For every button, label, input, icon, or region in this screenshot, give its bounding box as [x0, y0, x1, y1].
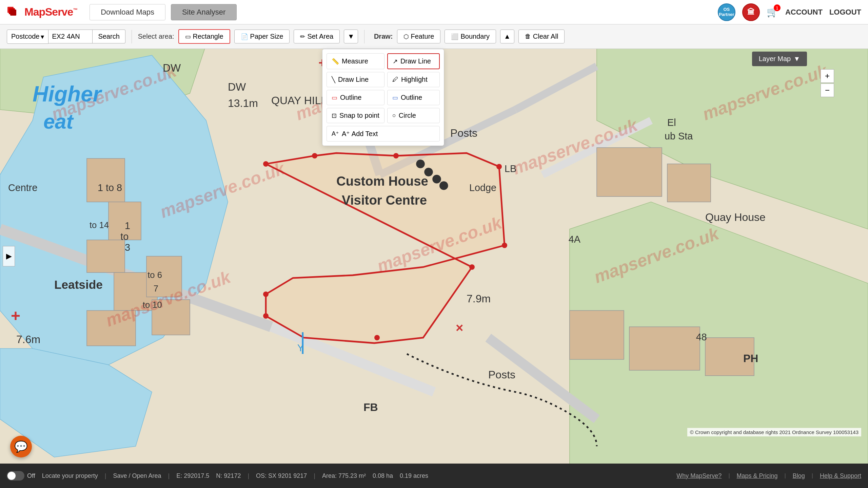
- svg-text:to: to: [120, 231, 129, 242]
- set-area-dropdown[interactable]: ▼: [344, 30, 358, 43]
- postcode-dropdown-button[interactable]: Postcode ▾: [7, 30, 48, 44]
- acres: 0.19 acres: [400, 472, 428, 480]
- add-text-button[interactable]: A⁺ A⁺ Add Text: [327, 126, 440, 142]
- measure-button[interactable]: 📏 Measure: [327, 53, 384, 69]
- svg-text:to 6: to 6: [147, 270, 162, 280]
- svg-rect-24: [667, 164, 711, 202]
- zoom-in-button[interactable]: +: [821, 69, 834, 83]
- sep-6: |: [785, 473, 786, 479]
- draw-label: Draw:: [374, 33, 393, 40]
- save-open-area[interactable]: Save / Open Area: [113, 472, 161, 480]
- header-icons: OSPartner 🏛 🛒 1 ACCOUNT LOGOUT: [718, 3, 861, 21]
- postcode-wrapper: Postcode ▾ Search: [7, 30, 125, 44]
- svg-point-34: [469, 264, 475, 270]
- svg-text:Centre: Centre: [8, 182, 37, 193]
- svg-text:Custom House: Custom House: [336, 174, 428, 188]
- seal-icon[interactable]: 🏛: [742, 3, 760, 21]
- svg-text:×: ×: [456, 320, 463, 335]
- feature-button[interactable]: ⬡ Feature: [397, 30, 441, 43]
- zoom-out-button[interactable]: −: [821, 83, 834, 97]
- rectangle-button[interactable]: ▭ Rectangle: [178, 29, 230, 44]
- measure-label: Measure: [342, 57, 368, 65]
- add-text-icon: A⁺: [332, 130, 339, 137]
- logout-link[interactable]: LOGOUT: [829, 8, 861, 17]
- search-button[interactable]: Search: [93, 30, 125, 43]
- postcode-input[interactable]: [48, 30, 93, 43]
- outline2-icon: ▭: [392, 94, 398, 101]
- blog-link[interactable]: Blog: [793, 472, 805, 480]
- svg-text:Posts: Posts: [450, 127, 477, 139]
- separator-2: [364, 30, 364, 43]
- layer-map-button[interactable]: Layer Map ▼: [752, 52, 807, 66]
- northing: N: 92172: [216, 472, 241, 480]
- postcode-label: Postcode: [11, 33, 39, 40]
- set-area-label: Set Area: [307, 33, 333, 40]
- svg-rect-18: [87, 240, 125, 273]
- maps-pricing-link[interactable]: Maps & Pricing: [737, 472, 778, 480]
- circle-label: Circle: [399, 112, 416, 119]
- draw-line-label: Draw Line: [400, 57, 431, 65]
- paper-size-button[interactable]: 📄 Paper Size: [234, 30, 290, 43]
- svg-text:El: El: [667, 117, 676, 128]
- toggle-off-label: Off: [27, 472, 35, 480]
- sep-2: |: [168, 472, 170, 480]
- rectangle-label: Rectangle: [193, 33, 223, 40]
- clear-all-button[interactable]: 🗑 Clear All: [518, 30, 565, 43]
- boundary-button[interactable]: ⬜ Boundary: [445, 30, 496, 43]
- logo-area: MapServe™: [7, 4, 77, 20]
- locate-toggle[interactable]: Off: [7, 471, 35, 481]
- svg-text:Posts: Posts: [488, 369, 515, 381]
- feature-label: Feature: [411, 33, 434, 40]
- os-ref: OS: SX 9201 9217: [256, 472, 307, 480]
- cart-badge: 1: [774, 4, 781, 11]
- snap-label: Snap to point: [339, 112, 379, 119]
- area: Area: 775.23 m²: [322, 472, 366, 480]
- svg-text:DW: DW: [163, 62, 181, 74]
- help-support-link[interactable]: Help & Support: [820, 472, 861, 480]
- logo-text: MapServe™: [24, 6, 77, 18]
- toggle-switch[interactable]: [7, 471, 24, 481]
- account-link[interactable]: ACCOUNT: [785, 8, 823, 17]
- site-analyser-button[interactable]: Site Analyser: [171, 4, 237, 20]
- download-maps-button[interactable]: Download Maps: [90, 4, 165, 20]
- cart-button[interactable]: 🛒 1: [767, 6, 778, 18]
- rectangle-icon: ▭: [185, 33, 191, 40]
- svg-point-33: [502, 243, 507, 248]
- why-mapserve-link[interactable]: Why MapServe?: [676, 472, 722, 480]
- highlight-button[interactable]: 🖊 Highlight: [387, 72, 440, 87]
- partner-icon[interactable]: OSPartner: [718, 3, 735, 21]
- svg-text:1: 1: [125, 220, 130, 231]
- chat-button[interactable]: 💬: [10, 436, 32, 457]
- draw-dropdown[interactable]: ▲: [500, 30, 514, 43]
- separator-1: [132, 30, 132, 43]
- svg-point-38: [416, 159, 425, 168]
- highlight-label: Highlight: [401, 76, 428, 83]
- svg-point-36: [263, 313, 269, 319]
- outline1-button[interactable]: ▭ Outline: [327, 90, 384, 105]
- draw-line-button[interactable]: ↗ Draw Line: [387, 53, 440, 69]
- svg-rect-16: [87, 158, 125, 202]
- boundary-label: Boundary: [460, 33, 490, 40]
- nav-left-button[interactable]: ▶: [3, 246, 15, 266]
- svg-text:Quay House: Quay House: [705, 211, 766, 223]
- svg-point-37: [374, 335, 380, 340]
- sep-5: |: [728, 473, 730, 479]
- measure-icon: 📏: [332, 58, 339, 65]
- draw-line2-button[interactable]: ╲ Draw Line: [327, 72, 384, 87]
- svg-text:QUAY HILL: QUAY HILL: [271, 94, 327, 107]
- draw-line2-label: Draw Line: [338, 76, 369, 83]
- snap-button[interactable]: ⊡ Snap to point: [327, 108, 384, 123]
- outline2-button[interactable]: ▭ Outline: [387, 90, 440, 105]
- svg-text:to 14: to 14: [90, 220, 109, 230]
- sep-3: |: [248, 472, 249, 480]
- select-area-label: Select area:: [138, 33, 174, 40]
- svg-point-35: [263, 292, 269, 297]
- svg-text:4A: 4A: [569, 234, 581, 245]
- ha: 0.08 ha: [373, 472, 393, 480]
- svg-text:Leatside: Leatside: [54, 278, 103, 291]
- circle-button[interactable]: ○ Circle: [387, 108, 440, 123]
- snap-icon: ⊡: [332, 112, 337, 119]
- paper-size-label: Paper Size: [250, 33, 283, 40]
- set-area-button[interactable]: ✏ Set Area: [294, 30, 340, 43]
- logo-tm: ™: [73, 7, 77, 13]
